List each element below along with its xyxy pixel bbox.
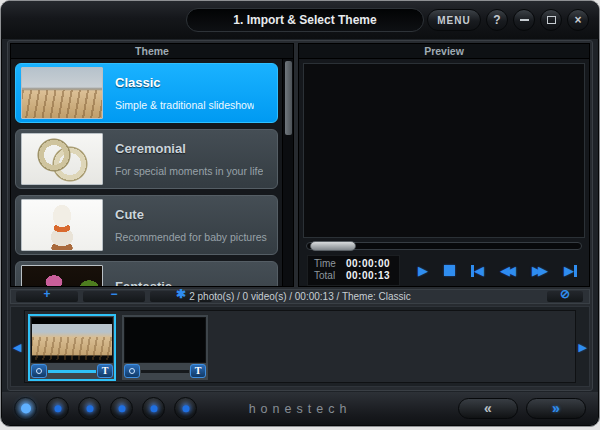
stop-button[interactable]: [444, 265, 455, 276]
step-button-5[interactable]: [142, 397, 165, 420]
clip-thumbnail-2: [124, 317, 206, 363]
clip-strip: ◀ T T: [10, 306, 590, 387]
play-button[interactable]: ▶: [418, 264, 428, 277]
app-window: 1. Import & Select Theme MENU ? × Theme: [0, 0, 600, 427]
transition-icon: [129, 368, 135, 374]
preview-screen: [303, 63, 585, 238]
transition-button-1[interactable]: [31, 364, 47, 378]
theme-thumbnail-ceremonial: [21, 133, 103, 185]
minus-icon: −: [110, 290, 117, 299]
clip-toolbar: + − ✱ 2 photo(s) / 0 video(s) / 00:00:13…: [10, 289, 590, 304]
strip-scroll-left-button[interactable]: ◀: [13, 340, 21, 353]
time-value: 00:00:00: [346, 258, 390, 270]
maximize-icon: [547, 16, 556, 24]
brand-logo: honestech: [249, 402, 352, 416]
step-button-3[interactable]: [78, 397, 101, 420]
time-display: Time 00:00:00 Total 00:00:13: [307, 255, 400, 286]
fast-forward-button[interactable]: ▶▶: [532, 264, 548, 277]
theme-thumbnail-cute: [21, 199, 103, 251]
strip-track: T T: [24, 310, 576, 383]
selection-line: [141, 370, 189, 373]
remove-photo-button[interactable]: −: [83, 291, 145, 302]
rewind-button[interactable]: ◀◀: [500, 264, 516, 277]
main-content: Theme Classic Simple & traditional slide…: [7, 40, 593, 391]
preview-panel: Preview Time 00:00:00 Total 00:00:13: [298, 43, 590, 287]
gear-icon: ✱: [176, 290, 186, 299]
clear-all-button[interactable]: ⊘: [547, 291, 583, 302]
skip-end-button[interactable]: ▶: [564, 264, 577, 277]
help-button[interactable]: ?: [486, 9, 508, 31]
time-label: Time: [314, 258, 346, 270]
clip-card-2[interactable]: T: [121, 314, 209, 381]
minimize-icon: [520, 19, 529, 21]
stop-icon: [444, 265, 455, 276]
transition-button-2[interactable]: [124, 364, 140, 378]
playback-controls: Time 00:00:00 Total 00:00:13 ▶ ◀ ◀◀: [307, 255, 581, 286]
theme-panel-header: Theme: [11, 44, 293, 59]
theme-item-ceremonial[interactable]: Ceremonial For special moments in your l…: [15, 129, 278, 189]
theme-description: For special moments in your life: [115, 165, 263, 177]
title-icon: T: [102, 365, 109, 377]
skip-start-button[interactable]: ◀: [471, 264, 484, 277]
theme-panel: Theme Classic Simple & traditional slide…: [10, 43, 294, 287]
clip-thumbnail-1: [31, 317, 113, 363]
next-button[interactable]: »: [526, 398, 586, 419]
total-value: 00:00:13: [346, 270, 390, 282]
theme-thumbnail-classic: [21, 67, 103, 119]
theme-description: Simple & traditional slideshow: [115, 99, 254, 111]
theme-scrollbar[interactable]: [282, 59, 293, 286]
clip-card-1[interactable]: T: [28, 314, 116, 381]
step-led-icon: [21, 403, 31, 413]
theme-thumbnail-fantastic: [21, 265, 103, 286]
transition-icon: [36, 368, 42, 374]
step-button-1[interactable]: [14, 397, 37, 420]
step-led-icon: [150, 405, 157, 412]
add-photo-button[interactable]: +: [16, 291, 78, 302]
fast-forward-icon: ▶▶: [532, 264, 544, 277]
theme-name: Classic: [115, 75, 254, 90]
step-led-icon: [86, 405, 93, 412]
title-button-1[interactable]: T: [97, 364, 113, 378]
window-controls: MENU ? ×: [427, 9, 599, 31]
seek-handle[interactable]: [310, 241, 356, 251]
theme-item-classic[interactable]: Classic Simple & traditional slideshow: [15, 63, 278, 123]
theme-name: Ceremonial: [115, 141, 263, 156]
maximize-button[interactable]: [540, 9, 562, 31]
theme-description: Recommended for baby pictures: [115, 231, 267, 243]
title-icon: T: [195, 365, 202, 377]
circle-slash-icon: ⊘: [560, 290, 570, 299]
preview-panel-header: Preview: [299, 44, 589, 59]
theme-list: Classic Simple & traditional slideshow C…: [11, 59, 282, 286]
title-button-2[interactable]: T: [190, 364, 206, 378]
step-led-icon: [182, 405, 189, 412]
play-icon: ▶: [418, 264, 428, 277]
close-button[interactable]: ×: [567, 9, 589, 31]
scrollbar-thumb[interactable]: [285, 61, 292, 135]
rewind-icon: ◀◀: [500, 264, 512, 277]
selection-line: [48, 370, 96, 373]
theme-item-cute[interactable]: Cute Recommended for baby pictures: [15, 195, 278, 255]
bottom-bar: honestech « »: [2, 392, 598, 425]
title-bar: 1. Import & Select Theme MENU ? ×: [1, 1, 599, 39]
seek-bar[interactable]: [306, 242, 582, 250]
back-button[interactable]: «: [458, 398, 518, 419]
theme-name: Fantastic: [115, 279, 172, 286]
skip-end-icon: [574, 265, 577, 277]
menu-button[interactable]: MENU: [427, 9, 481, 31]
theme-name: Cute: [115, 207, 267, 222]
step-button-6[interactable]: [174, 397, 197, 420]
plus-icon: +: [43, 290, 50, 299]
strip-scroll-right-button[interactable]: ▶: [579, 340, 587, 353]
step-title: 1. Import & Select Theme: [186, 8, 424, 32]
step-button-4[interactable]: [110, 397, 133, 420]
theme-item-fantastic[interactable]: Fantastic: [15, 261, 278, 286]
step-button-2[interactable]: [46, 397, 69, 420]
settings-button[interactable]: ✱: [150, 291, 212, 302]
step-led-icon: [118, 405, 125, 412]
total-label: Total: [314, 270, 346, 282]
step-led-icon: [54, 405, 61, 412]
step-dock: [14, 397, 197, 420]
minimize-button[interactable]: [513, 9, 535, 31]
